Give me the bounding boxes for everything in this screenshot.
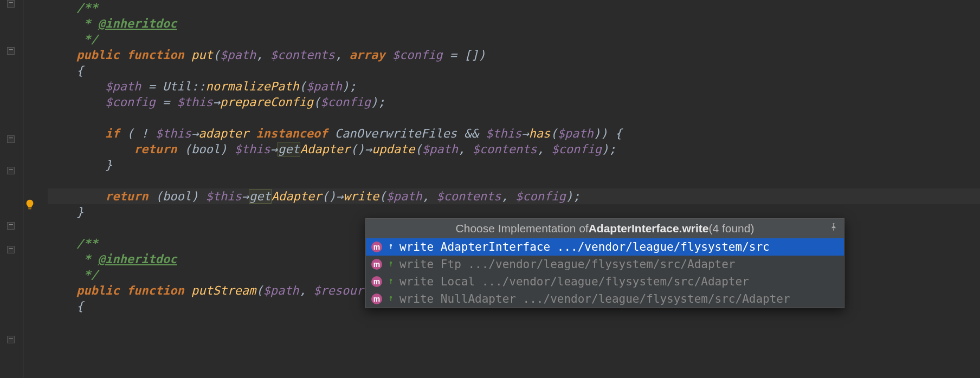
method-icon: m [371,242,382,252]
code-line[interactable]: } [48,204,980,220]
fold-marker[interactable] [7,222,15,230]
code-line[interactable]: public function put($path, $contents, ar… [48,47,980,63]
implementation-list-item[interactable]: mwrite Local .../vendor/league/flysystem… [366,273,844,290]
implements-icon [388,296,394,302]
implementation-label: write Ftp .../vendor/league/flysystem/sr… [399,258,839,271]
code-line[interactable]: if ( ! $this→adapter instanceof CanOverw… [48,126,980,141]
fold-marker[interactable] [7,167,15,174]
pin-icon[interactable] [829,222,839,234]
code-line[interactable]: $path = Util::normalizePath($path); [48,79,980,94]
implementation-label: write Local .../vendor/league/flysystem/… [399,275,839,288]
svg-point-3 [390,296,392,298]
fold-marker[interactable] [7,135,15,143]
svg-point-2 [390,279,392,281]
gutter [0,0,24,378]
code-line[interactable]: * @inheritdoc [48,16,980,31]
popup-title-pre: Choose Implementation of [456,222,589,235]
fold-marker[interactable] [7,246,15,253]
fold-marker[interactable] [7,0,15,8]
implements-icon [388,244,394,250]
code-line[interactable]: /** [48,0,980,16]
method-icon: m [371,259,382,270]
popup-list: mwrite AdapterInterface .../vendor/leagu… [366,238,844,308]
popup-title: Choose Implementation of AdapterInterfac… [366,219,844,238]
code-line[interactable] [48,173,980,188]
implements-icon [388,261,394,268]
implementation-list-item[interactable]: mwrite NullAdapter .../vendor/league/fly… [366,290,844,308]
svg-point-0 [390,244,392,246]
code-editor[interactable]: /** * @inheritdoc */ public function put… [0,0,980,378]
popup-title-post: (4 found) [708,222,754,235]
implementation-label: write AdapterInterface .../vendor/league… [399,240,839,253]
implementation-list-item[interactable]: mwrite AdapterInterface .../vendor/leagu… [366,238,844,256]
code-line[interactable]: { [48,63,980,79]
code-area[interactable]: /** * @inheritdoc */ public function put… [24,0,980,378]
implementation-label: write NullAdapter .../vendor/league/flys… [399,292,839,305]
implements-icon [388,278,394,285]
fold-marker[interactable] [7,336,15,343]
fold-column [0,0,23,378]
choose-implementation-popup: Choose Implementation of AdapterInterfac… [365,218,844,308]
fold-marker[interactable] [7,47,15,55]
method-icon: m [371,276,382,287]
code-line[interactable] [48,110,980,126]
code-line[interactable]: $config = $this→prepareConfig($config); [48,94,980,110]
code-line[interactable]: } [48,157,980,173]
method-icon: m [371,294,382,304]
implementation-list-item[interactable]: mwrite Ftp .../vendor/league/flysystem/s… [366,256,844,273]
code-line[interactable]: return (bool) $this→getAdapter()→write($… [48,188,980,204]
code-line[interactable]: return (bool) $this→getAdapter()→update(… [48,141,980,157]
popup-title-bold: AdapterInterface.write [589,222,709,235]
svg-point-1 [390,262,392,264]
code-line[interactable]: */ [48,31,980,47]
